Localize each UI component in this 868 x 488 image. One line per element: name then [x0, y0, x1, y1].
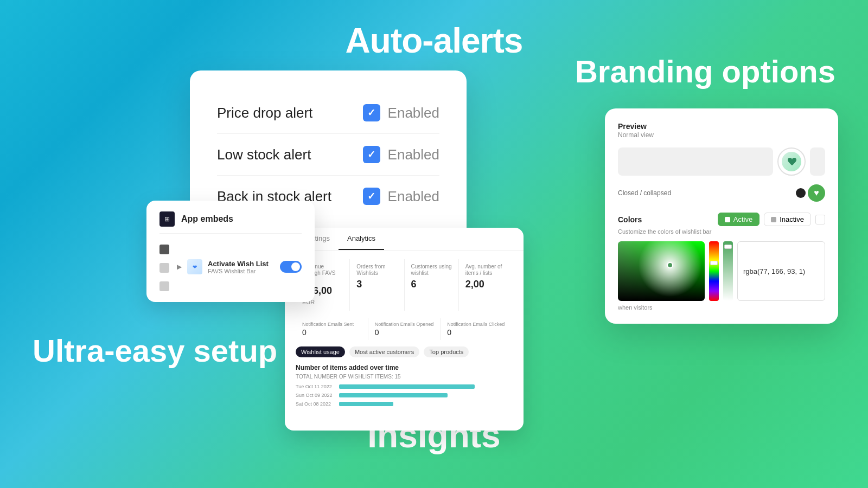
alert-right-stock: Enabled: [363, 146, 439, 163]
collapsed-row: Closed / collapsed ♥: [618, 184, 825, 202]
preview-label: Preview: [618, 122, 647, 131]
preview-sub: Normal view: [618, 131, 825, 139]
checkbox-stock[interactable]: [363, 146, 380, 163]
chart-title: Number of items added over time: [296, 364, 513, 371]
embeds-card: ⊞ App embeds ▶ ❤ Activate Wish List FAVS…: [146, 201, 315, 302]
preview-normal-row: [618, 147, 825, 176]
collapsed-icons: ♥: [796, 184, 825, 202]
chart-bar-2: [339, 393, 448, 397]
inactive-toggle-dot: [771, 217, 776, 222]
logo-inner: [782, 152, 801, 171]
stat-orders: Orders from Wishlists 3: [350, 259, 404, 311]
when-visitors-text: when visitors: [618, 304, 825, 311]
alert-right-price: Enabled: [363, 104, 439, 121]
notif-opened: Notification Emails Opened 0: [368, 318, 441, 340]
notif-sent: Notification Emails Sent 0: [296, 318, 368, 340]
colors-sub: Customize the colors of wishlist bar: [618, 228, 825, 235]
chart-bar-3: [339, 402, 393, 406]
stat-avg-value: 2,00: [465, 279, 506, 290]
alert-label-stock: Low stock alert: [217, 146, 311, 163]
chart-date-3: Sat Oct 08 2022: [296, 401, 339, 407]
sidebar-icon-2: [159, 263, 169, 273]
notif-opened-label: Notification Emails Opened: [375, 322, 434, 327]
stat-customers-label: Customers using wishlist: [411, 264, 452, 277]
stat-orders-label: Orders from Wishlists: [356, 264, 397, 277]
embed-sub: FAVS Wishlist Bar: [208, 268, 269, 274]
embeds-header: ⊞ App embeds: [159, 211, 302, 234]
alert-status-stock: Enabled: [388, 146, 439, 163]
colors-section: Colors Active Inactive Customize the col…: [618, 213, 825, 311]
hue-cursor: [710, 261, 718, 265]
preview-partial: [810, 147, 825, 176]
stat-avg: Avg. number of items / lists 2,00: [459, 259, 513, 311]
active-toggle-label: Active: [733, 215, 752, 223]
heart-green: ♥: [808, 184, 825, 202]
color-picker-area: [618, 241, 825, 301]
stat-customers-value: 6: [411, 279, 452, 290]
notif-sent-label: Notification Emails Sent: [302, 322, 361, 327]
collapsed-label: Closed / collapsed: [618, 189, 790, 197]
chart-row-3: Sat Oct 08 2022: [296, 401, 513, 407]
alert-status-back: Enabled: [388, 188, 439, 205]
embed-item: ▶ ❤ Activate Wish List FAVS Wishlist Bar: [177, 242, 302, 291]
alert-row-stock: Low stock alert Enabled: [217, 134, 439, 176]
embed-toggle[interactable]: [280, 261, 302, 273]
alpha-bar[interactable]: [723, 241, 733, 301]
tab-analytics[interactable]: Analytics: [339, 228, 384, 250]
notif-opened-value: 0: [375, 328, 434, 337]
notif-clicked-label: Notification Emails Clicked: [447, 322, 506, 327]
chart-date-1: Tue Oct 11 2022: [296, 384, 339, 389]
inactive-toggle[interactable]: Inactive: [764, 213, 811, 226]
chart-row-1: Tue Oct 11 2022: [296, 384, 513, 389]
alpha-cursor: [724, 245, 732, 249]
branding-card: Preview Normal view Closed / collapsed ♥…: [605, 108, 838, 324]
rgba-input[interactable]: [737, 241, 825, 301]
subtab-customers[interactable]: Most active customers: [349, 346, 419, 357]
stat-avg-label: Avg. number of items / lists: [465, 264, 506, 277]
color-toggle-checkbox[interactable]: [815, 215, 825, 224]
sidebar-icon-1: [159, 245, 169, 254]
colors-header: Colors Active Inactive: [618, 213, 825, 226]
sidebar-icon-3: [159, 281, 169, 291]
hue-bar[interactable]: [709, 241, 719, 301]
analytics-subtabs: Wishlist usage Most active customers Top…: [296, 346, 513, 357]
chart-row-2: Sun Oct 09 2022: [296, 393, 513, 398]
embed-logo: ❤: [187, 259, 202, 274]
notif-sent-value: 0: [302, 328, 361, 337]
preview-bar: [618, 147, 773, 176]
dot-black: [796, 188, 806, 198]
embeds-body: ▶ ❤ Activate Wish List FAVS Wishlist Bar: [159, 242, 302, 291]
notif-clicked: Notification Emails Clicked 0: [441, 318, 513, 340]
embeds-icon-glyph: ⊞: [164, 215, 170, 223]
preview-header: Preview Normal view: [618, 121, 825, 139]
colors-title: Colors: [618, 215, 642, 224]
checkbox-price[interactable]: [363, 104, 380, 121]
stat-orders-value: 3: [356, 279, 397, 290]
color-spectrum[interactable]: [618, 241, 705, 301]
chart-date-2: Sun Oct 09 2022: [296, 393, 339, 398]
analytics-body: Revenue through FAVS app £76,00 EUR Orde…: [285, 251, 524, 431]
stat-customers: Customers using wishlist 6: [405, 259, 459, 311]
embeds-icon: ⊞: [159, 211, 175, 227]
analytics-card: Settings Analytics Revenue through FAVS …: [285, 228, 524, 431]
active-toggle-dot: [725, 217, 730, 222]
active-toggle[interactable]: Active: [718, 213, 760, 226]
subtab-wishlist[interactable]: Wishlist usage: [296, 346, 345, 357]
colors-toggles: Active Inactive: [718, 213, 825, 226]
embed-item-left: ▶ ❤ Activate Wish List FAVS Wishlist Bar: [177, 259, 269, 274]
embeds-title-text: App embeds: [181, 214, 233, 224]
subtab-products[interactable]: Top products: [424, 346, 469, 357]
checkbox-back[interactable]: [363, 188, 380, 205]
auto-alerts-title: Auto-alerts: [346, 21, 523, 61]
alert-row-price: Price drop alert Enabled: [217, 92, 439, 134]
embed-info: Activate Wish List FAVS Wishlist Bar: [208, 260, 269, 274]
preview-logo-circle: [777, 147, 806, 176]
setup-title: Ultra-easy setup: [33, 332, 277, 369]
embed-chevron: ▶: [177, 263, 182, 271]
stats-row: Revenue through FAVS app £76,00 EUR Orde…: [296, 259, 513, 311]
alert-right-back: Enabled: [363, 188, 439, 205]
inactive-toggle-label: Inactive: [780, 215, 804, 223]
spectrum-cursor: [667, 262, 673, 268]
branding-options-title: Branding options: [575, 54, 835, 89]
chart-subtitle: TOTAL NUMBER OF WISHLIST ITEMS: 15: [296, 374, 513, 380]
